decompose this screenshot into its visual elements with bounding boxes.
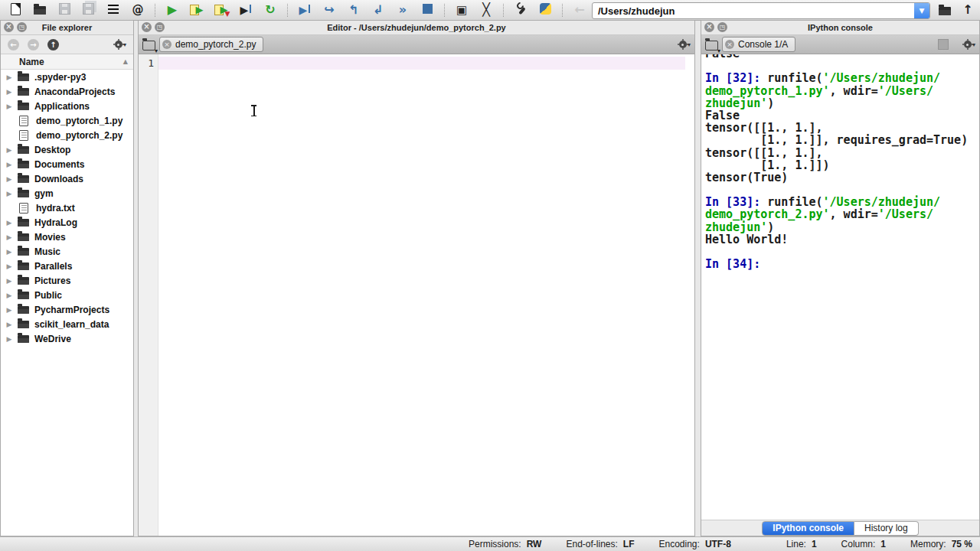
expand-arrow-icon[interactable]: ▶ xyxy=(6,262,12,270)
console-tab[interactable]: × Console 1/A xyxy=(722,37,795,52)
undock-pane-icon[interactable]: ◳ xyxy=(155,22,165,32)
close-tab-icon[interactable]: × xyxy=(725,40,734,49)
working-directory-combobox[interactable]: /Users/zhudejun ▼ xyxy=(592,2,930,19)
code-editor-area[interactable]: 1 xyxy=(139,54,694,536)
expand-arrow-icon[interactable]: ▶ xyxy=(6,103,12,110)
expand-arrow-icon[interactable]: ▶ xyxy=(6,321,12,328)
expand-arrow-icon[interactable]: ▶ xyxy=(6,175,12,183)
expand-arrow-icon[interactable]: ▶ xyxy=(6,219,12,227)
run-file-button[interactable]: ▶ xyxy=(163,1,181,19)
close-tab-icon[interactable]: × xyxy=(162,40,172,49)
expand-arrow-icon[interactable]: ▶ xyxy=(6,306,12,314)
expand-arrow-icon[interactable]: ▶ xyxy=(6,73,12,81)
explorer-forward-button[interactable]: → xyxy=(28,39,39,51)
new-file-button[interactable] xyxy=(6,1,24,19)
symbol-finder-button[interactable]: @ xyxy=(129,1,147,19)
python-path-manager-button[interactable] xyxy=(536,1,554,19)
sort-ascending-icon[interactable]: ▲ xyxy=(123,58,128,65)
list-item[interactable]: ▶.spyder-py3 xyxy=(1,70,133,84)
step-over-button[interactable]: ↪ xyxy=(320,1,338,19)
explorer-back-button[interactable]: ← xyxy=(8,39,19,51)
expand-arrow-icon[interactable]: ▶ xyxy=(6,88,12,96)
step-into-button[interactable]: ↰ xyxy=(345,1,363,19)
chevron-down-icon[interactable]: ▼ xyxy=(914,3,929,18)
save-button[interactable] xyxy=(55,1,74,19)
explorer-options-button[interactable]: ▾ xyxy=(114,40,126,49)
list-item[interactable]: demo_pytorch_2.py xyxy=(1,128,133,142)
console-options-button[interactable]: ▾ xyxy=(963,40,975,49)
list-item[interactable]: ▶Documents xyxy=(1,157,133,171)
console-line: False xyxy=(705,109,979,122)
explorer-up-button[interactable]: ↑ xyxy=(47,39,59,51)
list-item[interactable]: ▶HydraLog xyxy=(1,215,133,230)
expand-arrow-icon[interactable]: ▶ xyxy=(6,161,12,168)
expand-arrow-icon[interactable]: ▶ xyxy=(6,277,12,285)
name-column-header[interactable]: Name ▲ xyxy=(1,54,133,70)
debug-file-button[interactable]: ▶ xyxy=(296,1,314,19)
undock-pane-icon[interactable]: ◳ xyxy=(717,22,727,32)
parent-directory-button[interactable]: ↑ xyxy=(959,1,977,19)
list-item[interactable]: ▶Music xyxy=(1,244,133,259)
console-title: IPython console xyxy=(808,23,873,32)
expand-arrow-icon[interactable]: ▶ xyxy=(6,233,12,241)
list-item[interactable]: ▶Applications xyxy=(1,99,133,113)
open-file-button[interactable] xyxy=(31,1,49,19)
close-pane-icon[interactable]: × xyxy=(4,22,14,32)
rerun-icon: ↻ xyxy=(265,4,275,16)
list-item[interactable]: ▶Parallels xyxy=(1,259,133,273)
expand-arrow-icon[interactable]: ▶ xyxy=(6,190,12,197)
status-bar: Permissions:RWEnd-of-lines:LFEncoding:UT… xyxy=(0,536,980,551)
browse-tabs-button[interactable] xyxy=(705,39,718,51)
undock-pane-icon[interactable]: ◳ xyxy=(17,22,27,32)
item-label: Music xyxy=(34,246,60,257)
list-item[interactable]: ▶PycharmProjects xyxy=(1,302,133,317)
gear-icon xyxy=(678,40,688,49)
preferences-button[interactable] xyxy=(511,1,530,19)
editor-options-button[interactable]: ▾ xyxy=(678,40,691,49)
tab-history-log[interactable]: History log xyxy=(854,521,919,536)
list-item[interactable]: ▶Downloads xyxy=(1,171,133,186)
console-output-area[interactable]: False In [32]: runfile('/Users/zhudejun/… xyxy=(701,54,979,520)
tab-ipython-console[interactable]: IPython console xyxy=(762,521,854,536)
step-return-button[interactable]: ↲ xyxy=(369,1,387,19)
expand-arrow-icon[interactable]: ▶ xyxy=(6,292,12,299)
list-item[interactable]: ▶Pictures xyxy=(1,273,133,288)
editor-text-area[interactable] xyxy=(158,54,694,536)
run-cell-button[interactable]: ▶ xyxy=(188,1,206,19)
item-label: Public xyxy=(34,290,62,301)
wrench-icon xyxy=(515,3,527,17)
console-line: Hello World! xyxy=(705,233,979,246)
list-item[interactable]: hydra.txt xyxy=(1,201,133,215)
working-directory-value[interactable]: /Users/zhudejun xyxy=(593,5,914,17)
close-pane-icon[interactable]: × xyxy=(704,22,714,32)
list-item[interactable]: ▶gym xyxy=(1,186,133,201)
text-cursor xyxy=(250,105,257,116)
run-selection-button[interactable]: ▶ xyxy=(237,1,255,19)
list-item[interactable]: demo_pytorch_1.py xyxy=(1,113,133,128)
interrupt-kernel-button[interactable] xyxy=(938,39,949,50)
list-item[interactable]: ▶Public xyxy=(1,288,133,302)
expand-arrow-icon[interactable]: ▶ xyxy=(6,146,12,154)
expand-arrow-icon[interactable]: ▶ xyxy=(6,248,12,256)
doc-icon xyxy=(11,3,21,18)
stop-debug-button[interactable] xyxy=(418,1,436,19)
fullscreen-button[interactable]: ╳ xyxy=(477,1,495,19)
run-cell-advance-button[interactable]: ▶▼ xyxy=(212,1,230,19)
list-item[interactable]: ▶scikit_learn_data xyxy=(1,317,133,331)
list-item[interactable]: ▶Desktop xyxy=(1,142,133,157)
close-pane-icon[interactable]: × xyxy=(142,22,152,32)
status-memory: Memory:75 % xyxy=(910,539,972,549)
list-item[interactable]: ▶WeDrive xyxy=(1,331,133,346)
rerun-button[interactable]: ↻ xyxy=(261,1,279,19)
file-switcher-button[interactable] xyxy=(104,1,122,19)
editor-file-tab[interactable]: × demo_pytorch_2.py xyxy=(159,37,263,52)
continue-button[interactable]: » xyxy=(394,1,412,19)
list-item[interactable]: ▶Movies xyxy=(1,230,133,244)
list-item[interactable]: ▶AnacondaProjects xyxy=(1,84,133,99)
maximize-pane-button[interactable]: ▣ xyxy=(452,1,471,19)
expand-arrow-icon[interactable]: ▶ xyxy=(6,335,12,343)
back-button[interactable]: ← xyxy=(570,1,589,19)
browse-working-directory-button[interactable] xyxy=(936,1,954,19)
save-all-button[interactable] xyxy=(80,1,98,19)
browse-tabs-button[interactable] xyxy=(142,39,155,51)
